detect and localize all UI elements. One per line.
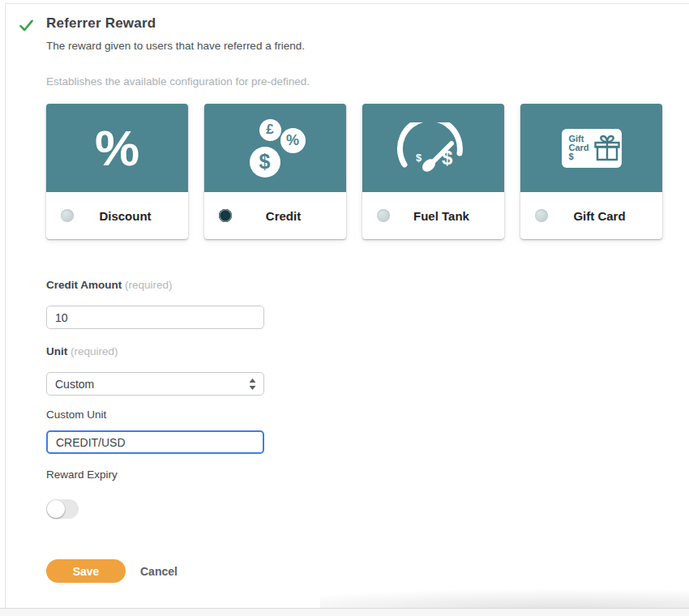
unit-select-value: Custom: [55, 378, 94, 391]
fuel-tank-card-footer: Fuel Tank: [362, 192, 504, 239]
discount-radio[interactable]: [61, 209, 74, 222]
svg-text:$: $: [416, 152, 422, 164]
unit-label: Unit (required): [46, 345, 118, 357]
save-button[interactable]: Save: [46, 559, 126, 583]
reward-expiry-label: Reward Expiry: [46, 468, 118, 481]
select-stepper-icon: [249, 379, 256, 390]
option-card-fuel-tank[interactable]: $ $ Fuel Tank: [362, 104, 504, 239]
credit-card-art: £ % $: [204, 104, 346, 192]
custom-unit-label: Custom Unit: [46, 409, 106, 421]
percent-coin-icon: %: [280, 128, 306, 153]
dollar-coin-icon: $: [250, 147, 280, 178]
fuel-tank-radio[interactable]: [377, 209, 390, 222]
fuel-tank-card-art: $ $: [362, 104, 504, 192]
currency-circles-icon: £ % $: [246, 119, 306, 178]
credit-amount-required-note: (required): [125, 279, 173, 291]
gift-card-icon: Gift Card $: [562, 129, 622, 168]
credit-amount-label: Credit Amount (required): [46, 279, 173, 291]
credit-label: Credit: [232, 209, 335, 223]
lower-panel-shadow: [320, 588, 689, 608]
gift-card-footer: Gift Card: [520, 192, 662, 239]
page-title: Referrer Reward: [46, 15, 156, 32]
credit-card-footer: Credit: [204, 192, 346, 239]
bottom-strip: [0, 609, 689, 616]
percent-icon: %: [95, 123, 139, 173]
pound-coin-icon: £: [259, 119, 281, 141]
gift-card-icon-text: Gift Card $: [569, 135, 589, 161]
unit-select[interactable]: Custom: [46, 372, 264, 396]
cancel-button[interactable]: Cancel: [140, 565, 178, 578]
fuel-tank-label: Fuel Tank: [390, 209, 493, 223]
credit-amount-input[interactable]: [46, 306, 264, 329]
reward-type-options: % Discount £ % $ Credit: [46, 104, 662, 239]
discount-card-art: %: [46, 104, 188, 192]
page-subtitle: The reward given to users that have refe…: [46, 40, 305, 52]
reward-expiry-toggle[interactable]: [46, 499, 79, 519]
option-card-discount[interactable]: % Discount: [46, 104, 188, 239]
option-card-credit[interactable]: £ % $ Credit: [204, 104, 346, 239]
referrer-reward-panel: Referrer Reward The reward given to user…: [0, 0, 689, 616]
discount-card-footer: Discount: [46, 192, 188, 239]
credit-radio[interactable]: [219, 209, 232, 222]
gift-card-radio[interactable]: [535, 209, 548, 222]
panel-left-border: [5, 3, 6, 616]
discount-label: Discount: [74, 209, 177, 223]
completed-check-icon: [19, 19, 33, 32]
panel-top-border: [5, 3, 689, 4]
option-card-gift-card[interactable]: Gift Card $: [520, 104, 662, 239]
fuel-gauge-icon: $ $: [395, 122, 473, 174]
unit-required-note: (required): [71, 345, 118, 357]
gift-card-art: Gift Card $: [520, 104, 662, 192]
gift-box-icon: [594, 135, 620, 162]
page-hint: Establishes the available configuration …: [46, 75, 310, 88]
gift-card-label: Gift Card: [548, 209, 651, 223]
reward-expiry-toggle-knob: [47, 500, 65, 518]
custom-unit-input[interactable]: [46, 430, 264, 454]
